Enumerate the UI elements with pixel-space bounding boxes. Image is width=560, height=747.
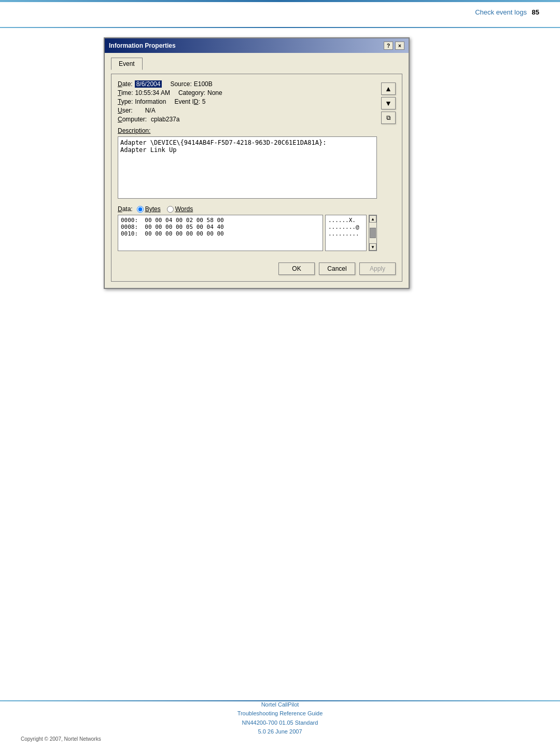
apply-button[interactable]: Apply — [359, 262, 396, 275]
tab-content-inner: Date: 8/6/2004 Source: E100B Time: 10:55… — [118, 80, 396, 251]
data-display: 0000: 00 00 04 00 02 00 58 00 0008: 00 0… — [118, 215, 377, 251]
header-title: Check event logs — [475, 8, 527, 16]
footer-line3: NN44200-700 01.05 Standard — [0, 718, 560, 728]
radio-bytes-input[interactable] — [137, 206, 144, 213]
source-field: Source: E100B — [170, 80, 212, 88]
user-label: User: — [118, 107, 133, 114]
computer-row: Computer: cplab237a — [118, 116, 377, 123]
radio-bytes[interactable]: Bytes — [137, 205, 161, 213]
footer-line1: Nortel CallPilot — [0, 700, 560, 710]
dialog-title: Information Properties — [109, 42, 176, 49]
time-category-row: Time: 10:55:34 AM Category: None — [118, 89, 377, 96]
scroll-down-button[interactable]: ▼ — [369, 243, 376, 251]
category-field: Category: None — [178, 89, 222, 96]
footer-line4: 5.0 26 June 2007 — [0, 727, 560, 737]
user-row: User: N/A — [118, 107, 377, 114]
footer-text: Nortel CallPilot Troubleshooting Referen… — [0, 700, 560, 737]
eventid-label: Event ID: — [174, 98, 200, 105]
radio-words-input[interactable] — [167, 206, 174, 213]
dialog-titlebar: Information Properties ? × — [105, 38, 409, 53]
tab-content: Date: 8/6/2004 Source: E100B Time: 10:55… — [111, 74, 402, 282]
time-label: Time: — [118, 89, 133, 96]
type-eventid-row: Type: Information Event ID: 5 — [118, 98, 377, 105]
computer-label: Computer: — [118, 116, 147, 123]
header-divider — [0, 27, 560, 28]
data-label-row: Data: Bytes Words — [118, 205, 377, 213]
tab-event-label: Event — [119, 60, 135, 67]
copy-icon: ⧉ — [386, 114, 391, 121]
information-properties-dialog: Information Properties ? × Event Date: — [104, 37, 410, 289]
side-buttons: ▲ ▼ ⧉ — [381, 80, 396, 251]
time-field: Time: 10:55:34 AM — [118, 89, 170, 96]
down-arrow-icon: ▼ — [385, 99, 392, 107]
description-textbox[interactable] — [118, 136, 377, 199]
type-field: Type: Information — [118, 98, 166, 105]
radio-group: Bytes Words — [137, 205, 193, 213]
tab-bar: Event — [111, 57, 402, 70]
dialog-controls: ? × — [384, 42, 404, 50]
date-source-row: Date: 8/6/2004 Source: E100B — [118, 80, 377, 88]
tab-event[interactable]: Event — [111, 58, 143, 70]
down-arrow-button[interactable]: ▼ — [381, 97, 396, 109]
data-line-2: 0010: 00 00 00 00 00 00 00 00 — [121, 230, 320, 237]
type-label: Type: — [118, 98, 133, 105]
up-arrow-button[interactable]: ▲ — [381, 82, 396, 95]
footer-buttons: OK Cancel Apply — [118, 258, 396, 275]
eventid-value: 5 — [202, 98, 206, 105]
footer-line2: Troubleshooting Reference Guide — [0, 709, 560, 718]
data-label: Data: — [118, 205, 133, 213]
description-label: Description: — [118, 127, 377, 134]
copyright-text: Copyright © 2007, Nortel Networks — [21, 736, 101, 742]
time-value: 10:55:34 AM — [135, 89, 170, 96]
dialog-body: Event Date: 8/6/2004 Source: E10 — [105, 53, 409, 288]
data-chars-2: ......... — [328, 230, 363, 237]
eventid-field: Event ID: 5 — [174, 98, 205, 105]
up-arrow-icon: ▲ — [385, 85, 392, 93]
cancel-button[interactable]: Cancel — [319, 262, 355, 275]
header-area: Check event logs 85 — [475, 2, 539, 16]
info-main: Date: 8/6/2004 Source: E100B Time: 10:55… — [118, 80, 377, 251]
scroll-up-button[interactable]: ▲ — [369, 215, 376, 223]
header-page: 85 — [532, 8, 539, 16]
data-line-1: 0008: 00 00 00 00 05 00 04 40 — [121, 224, 320, 230]
date-label: Date: — [118, 80, 133, 88]
data-scrollbar[interactable]: ▲ ▼ — [369, 215, 377, 251]
data-chars-0: ......X. — [328, 217, 363, 224]
radio-words[interactable]: Words — [167, 205, 193, 213]
scroll-thumb[interactable] — [370, 228, 376, 238]
data-hex-box[interactable]: 0000: 00 00 04 00 02 00 58 00 0008: 00 0… — [118, 215, 323, 251]
user-value: N/A — [145, 107, 156, 114]
data-chars-1: ........@ — [328, 224, 363, 230]
date-field: Date: 8/6/2004 — [118, 80, 162, 88]
category-label: Category: — [178, 89, 205, 96]
ok-button[interactable]: OK — [278, 262, 315, 275]
category-value: None — [207, 89, 222, 96]
date-value: 8/6/2004 — [135, 80, 162, 88]
source-label: Source: — [170, 80, 191, 88]
data-section: Data: Bytes Words — [118, 205, 377, 251]
help-button[interactable]: ? — [384, 42, 393, 50]
computer-value: cplab237a — [151, 116, 179, 123]
source-value: E100B — [194, 80, 213, 88]
type-value: Information — [135, 98, 166, 105]
close-button[interactable]: × — [395, 42, 404, 50]
copy-button[interactable]: ⧉ — [381, 112, 396, 124]
data-chars-box: ......X. ........@ ......... — [325, 215, 367, 251]
data-line-0: 0000: 00 00 04 00 02 00 58 00 — [121, 217, 320, 224]
